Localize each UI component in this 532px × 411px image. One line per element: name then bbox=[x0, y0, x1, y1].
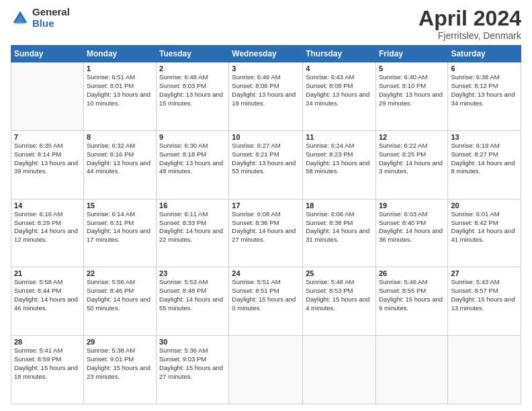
calendar-day-cell: 24Sunrise: 5:51 AMSunset: 8:51 PMDayligh… bbox=[229, 267, 303, 336]
calendar-day-cell: 30Sunrise: 5:36 AMSunset: 9:03 PMDayligh… bbox=[157, 336, 229, 404]
day-info: Sunrise: 6:27 AMSunset: 8:21 PMDaylight:… bbox=[232, 142, 300, 176]
day-info: Sunrise: 6:14 AMSunset: 8:31 PMDaylight:… bbox=[87, 210, 153, 244]
calendar-day-cell: 14Sunrise: 6:16 AMSunset: 8:29 PMDayligh… bbox=[11, 199, 84, 267]
day-number: 17 bbox=[232, 201, 300, 210]
day-info: Sunrise: 6:01 AMSunset: 8:42 PMDaylight:… bbox=[451, 210, 518, 244]
day-number: 25 bbox=[306, 269, 373, 277]
day-info: Sunrise: 5:56 AMSunset: 8:46 PMDaylight:… bbox=[87, 278, 153, 312]
calendar-week-row: 28Sunrise: 5:41 AMSunset: 8:59 PMDayligh… bbox=[11, 336, 521, 404]
day-info: Sunrise: 6:48 AMSunset: 8:03 PMDaylight:… bbox=[159, 73, 226, 107]
calendar-day-cell bbox=[448, 336, 521, 404]
day-number: 1 bbox=[87, 64, 153, 73]
calendar-day-cell bbox=[229, 336, 303, 404]
day-number: 10 bbox=[232, 133, 300, 141]
day-info: Sunrise: 5:53 AMSunset: 8:48 PMDaylight:… bbox=[159, 278, 226, 312]
day-number: 22 bbox=[87, 269, 153, 277]
day-number: 18 bbox=[306, 201, 373, 210]
day-number: 29 bbox=[87, 338, 153, 346]
day-info: Sunrise: 5:43 AMSunset: 8:57 PMDaylight:… bbox=[451, 278, 518, 312]
calendar-day-cell: 19Sunrise: 6:03 AMSunset: 8:40 PMDayligh… bbox=[375, 199, 447, 267]
calendar-day-cell: 10Sunrise: 6:27 AMSunset: 8:21 PMDayligh… bbox=[229, 130, 303, 199]
calendar-day-cell: 29Sunrise: 5:38 AMSunset: 9:01 PMDayligh… bbox=[83, 336, 156, 404]
calendar-day-cell: 22Sunrise: 5:56 AMSunset: 8:46 PMDayligh… bbox=[83, 267, 156, 336]
calendar-day-cell: 13Sunrise: 6:19 AMSunset: 8:27 PMDayligh… bbox=[448, 130, 521, 199]
logo-blue: Blue bbox=[32, 18, 70, 30]
day-number: 3 bbox=[232, 64, 300, 73]
calendar-week-row: 1Sunrise: 6:51 AMSunset: 8:01 PMDaylight… bbox=[11, 62, 521, 131]
day-info: Sunrise: 6:51 AMSunset: 8:01 PMDaylight:… bbox=[87, 73, 153, 107]
calendar-day-cell: 5Sunrise: 6:40 AMSunset: 8:10 PMDaylight… bbox=[375, 62, 447, 131]
day-number: 20 bbox=[451, 201, 518, 210]
day-info: Sunrise: 5:36 AMSunset: 9:03 PMDaylight:… bbox=[159, 347, 226, 381]
calendar-day-cell: 27Sunrise: 5:43 AMSunset: 8:57 PMDayligh… bbox=[448, 267, 521, 336]
day-number: 28 bbox=[14, 338, 81, 346]
day-info: Sunrise: 6:38 AMSunset: 8:12 PMDaylight:… bbox=[451, 73, 518, 107]
day-number: 16 bbox=[159, 201, 226, 210]
day-number: 26 bbox=[379, 269, 445, 277]
page: General Blue April 2024 Fjerritslev, Den… bbox=[0, 0, 532, 411]
calendar-day-cell: 23Sunrise: 5:53 AMSunset: 8:48 PMDayligh… bbox=[157, 267, 229, 336]
calendar-day-cell: 9Sunrise: 6:30 AMSunset: 8:18 PMDaylight… bbox=[157, 130, 229, 199]
day-number: 12 bbox=[379, 133, 445, 141]
calendar-day-cell: 17Sunrise: 6:08 AMSunset: 8:36 PMDayligh… bbox=[229, 199, 303, 267]
day-info: Sunrise: 6:16 AMSunset: 8:29 PMDaylight:… bbox=[14, 210, 81, 244]
day-info: Sunrise: 5:58 AMSunset: 8:44 PMDaylight:… bbox=[14, 278, 81, 312]
day-info: Sunrise: 5:48 AMSunset: 8:53 PMDaylight:… bbox=[306, 278, 373, 312]
calendar-day-cell: 3Sunrise: 6:46 AMSunset: 8:06 PMDaylight… bbox=[229, 62, 303, 131]
day-info: Sunrise: 6:03 AMSunset: 8:40 PMDaylight:… bbox=[379, 210, 445, 244]
calendar-day-cell: 25Sunrise: 5:48 AMSunset: 8:53 PMDayligh… bbox=[303, 267, 376, 336]
calendar-week-row: 21Sunrise: 5:58 AMSunset: 8:44 PMDayligh… bbox=[11, 267, 521, 336]
day-info: Sunrise: 6:35 AMSunset: 8:14 PMDaylight:… bbox=[14, 142, 81, 176]
calendar-day-cell: 2Sunrise: 6:48 AMSunset: 8:03 PMDaylight… bbox=[157, 62, 229, 131]
day-number: 4 bbox=[306, 64, 373, 73]
day-number: 7 bbox=[14, 133, 81, 141]
day-info: Sunrise: 6:46 AMSunset: 8:06 PMDaylight:… bbox=[232, 73, 300, 107]
day-number: 11 bbox=[306, 133, 373, 141]
day-number: 21 bbox=[14, 269, 81, 277]
day-number: 8 bbox=[87, 133, 153, 141]
day-info: Sunrise: 6:40 AMSunset: 8:10 PMDaylight:… bbox=[379, 73, 445, 107]
header: General Blue April 2024 Fjerritslev, Den… bbox=[11, 7, 521, 41]
title-location: Fjerritslev, Denmark bbox=[418, 30, 521, 41]
day-info: Sunrise: 5:51 AMSunset: 8:51 PMDaylight:… bbox=[232, 278, 300, 312]
logo-general: General bbox=[32, 7, 70, 18]
day-info: Sunrise: 6:30 AMSunset: 8:18 PMDaylight:… bbox=[159, 142, 226, 176]
calendar-header-row: SundayMondayTuesdayWednesdayThursdayFrid… bbox=[11, 46, 521, 62]
weekday-header: Sunday bbox=[11, 46, 84, 62]
calendar-day-cell bbox=[375, 336, 447, 404]
day-number: 9 bbox=[159, 133, 226, 141]
calendar-day-cell: 21Sunrise: 5:58 AMSunset: 8:44 PMDayligh… bbox=[11, 267, 84, 336]
day-info: Sunrise: 6:32 AMSunset: 8:16 PMDaylight:… bbox=[87, 142, 153, 176]
day-info: Sunrise: 5:41 AMSunset: 8:59 PMDaylight:… bbox=[14, 347, 81, 381]
calendar-day-cell: 15Sunrise: 6:14 AMSunset: 8:31 PMDayligh… bbox=[83, 199, 156, 267]
title-month: April 2024 bbox=[418, 7, 521, 30]
day-info: Sunrise: 6:08 AMSunset: 8:36 PMDaylight:… bbox=[232, 210, 300, 244]
calendar-day-cell: 12Sunrise: 6:22 AMSunset: 8:25 PMDayligh… bbox=[375, 130, 447, 199]
weekday-header: Wednesday bbox=[229, 46, 303, 62]
day-info: Sunrise: 6:43 AMSunset: 8:08 PMDaylight:… bbox=[306, 73, 373, 107]
calendar-day-cell: 7Sunrise: 6:35 AMSunset: 8:14 PMDaylight… bbox=[11, 130, 84, 199]
day-number: 14 bbox=[14, 201, 81, 210]
calendar-day-cell: 18Sunrise: 6:06 AMSunset: 8:38 PMDayligh… bbox=[303, 199, 376, 267]
day-info: Sunrise: 6:11 AMSunset: 8:33 PMDaylight:… bbox=[159, 210, 226, 244]
day-number: 6 bbox=[451, 64, 518, 73]
day-number: 24 bbox=[232, 269, 300, 277]
calendar-day-cell: 20Sunrise: 6:01 AMSunset: 8:42 PMDayligh… bbox=[448, 199, 521, 267]
calendar-week-row: 7Sunrise: 6:35 AMSunset: 8:14 PMDaylight… bbox=[11, 130, 521, 199]
weekday-header: Friday bbox=[375, 46, 447, 62]
calendar-day-cell: 26Sunrise: 5:46 AMSunset: 8:55 PMDayligh… bbox=[375, 267, 447, 336]
calendar-table: SundayMondayTuesdayWednesdayThursdayFrid… bbox=[11, 45, 521, 404]
logo-text: General Blue bbox=[32, 7, 70, 29]
title-block: April 2024 Fjerritslev, Denmark bbox=[418, 7, 521, 41]
logo-icon bbox=[11, 9, 30, 28]
day-info: Sunrise: 6:22 AMSunset: 8:25 PMDaylight:… bbox=[379, 142, 445, 176]
calendar-day-cell: 6Sunrise: 6:38 AMSunset: 8:12 PMDaylight… bbox=[448, 62, 521, 131]
calendar-day-cell: 8Sunrise: 6:32 AMSunset: 8:16 PMDaylight… bbox=[83, 130, 156, 199]
day-number: 15 bbox=[87, 201, 153, 210]
day-number: 2 bbox=[159, 64, 226, 73]
day-info: Sunrise: 5:38 AMSunset: 9:01 PMDaylight:… bbox=[87, 347, 153, 381]
day-number: 13 bbox=[451, 133, 518, 141]
weekday-header: Tuesday bbox=[157, 46, 229, 62]
calendar-day-cell: 16Sunrise: 6:11 AMSunset: 8:33 PMDayligh… bbox=[157, 199, 229, 267]
calendar-day-cell: 1Sunrise: 6:51 AMSunset: 8:01 PMDaylight… bbox=[83, 62, 156, 131]
